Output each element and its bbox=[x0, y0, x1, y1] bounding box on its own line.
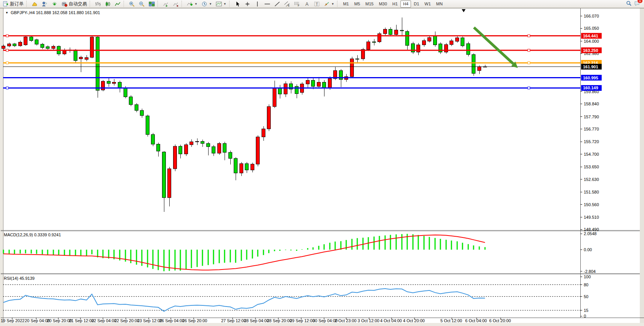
candle-bullish bbox=[185, 145, 188, 154]
cursor-button[interactable] bbox=[233, 0, 243, 8]
price-tick-label: 166.070 bbox=[584, 14, 599, 18]
price-tick-label: 151.580 bbox=[584, 190, 599, 194]
candle-bearish bbox=[472, 55, 475, 73]
signals-button[interactable] bbox=[50, 0, 59, 8]
candle-bullish bbox=[284, 84, 287, 94]
time-tick-label: 19 Sep 2022 bbox=[1, 318, 24, 323]
chevron-down-icon[interactable]: ▼ bbox=[331, 2, 334, 6]
charts-window-button[interactable] bbox=[30, 0, 40, 8]
zoom-in-button[interactable] bbox=[127, 0, 137, 8]
timeframe-button-m15[interactable]: M15 bbox=[363, 0, 376, 8]
macd-histogram-bar bbox=[202, 250, 203, 266]
text-button[interactable]: A bbox=[302, 0, 312, 8]
line-anchor-handle[interactable] bbox=[6, 49, 8, 52]
auto-trading-button[interactable]: 自动交易 bbox=[59, 0, 89, 8]
main-toolbar: 新订单自动交易▼▼▼EFAT▼M1M5M15M30H1H4D1W1MN1 bbox=[0, 0, 644, 8]
equidistant-channel-button[interactable]: E bbox=[282, 0, 292, 8]
macd-histogram-bar bbox=[53, 250, 54, 255]
macd-histogram-bar bbox=[307, 248, 308, 250]
profiles-button[interactable] bbox=[40, 0, 50, 8]
timeframe-button-mn[interactable]: MN bbox=[434, 0, 445, 8]
chevron-down-icon[interactable]: ▼ bbox=[209, 2, 212, 6]
chevron-down-icon[interactable]: ▼ bbox=[223, 2, 226, 6]
line-anchor-handle[interactable] bbox=[6, 35, 8, 37]
macd-histogram-bar bbox=[390, 235, 391, 250]
candle-bullish bbox=[52, 46, 55, 48]
candle-bearish bbox=[162, 152, 166, 198]
chart-canvas[interactable]: 166.070165.050164.000162.980159.860158.8… bbox=[0, 0, 644, 326]
candlestick-chart-button[interactable] bbox=[103, 0, 113, 8]
crosshair-button[interactable] bbox=[243, 0, 252, 8]
text-label-button[interactable]: T bbox=[312, 0, 322, 8]
time-tick-label: 27 Sep 12:00 bbox=[221, 318, 246, 323]
vertical-line-button[interactable] bbox=[252, 0, 262, 8]
right-edge-strip bbox=[640, 8, 644, 323]
timeframe-button-m5[interactable]: M5 bbox=[352, 0, 363, 8]
candle-bearish bbox=[151, 134, 155, 144]
macd-histogram-bar bbox=[485, 247, 486, 250]
timeframe-button-w1[interactable]: W1 bbox=[422, 0, 434, 8]
candle-bullish bbox=[456, 38, 459, 41]
indicators-add-button[interactable]: ▼ bbox=[185, 0, 199, 8]
price-tick-label: 154.700 bbox=[584, 152, 599, 157]
tile-windows-button[interactable] bbox=[147, 0, 157, 8]
candle-bullish bbox=[190, 142, 193, 145]
cursor-icon bbox=[234, 1, 241, 7]
toolbar-separator bbox=[124, 1, 126, 7]
new-order-button[interactable]: 新订单 bbox=[1, 0, 26, 8]
macd-histogram-bar bbox=[435, 238, 436, 250]
rsi-tick-label: 0 bbox=[584, 314, 586, 318]
arrows-button[interactable]: ▼ bbox=[322, 0, 336, 8]
rsi-tick-label: 15 bbox=[584, 308, 588, 313]
chevron-down-icon[interactable]: ▼ bbox=[194, 2, 198, 6]
templates-button[interactable]: ▼ bbox=[214, 0, 228, 8]
macd-histogram-bar bbox=[147, 250, 148, 267]
price-tick-label: 155.720 bbox=[584, 139, 599, 144]
candle-bearish bbox=[135, 105, 138, 110]
macd-histogram-bar bbox=[175, 250, 176, 271]
macd-tick-label: -2.804 bbox=[584, 269, 596, 274]
button-label: 自动交易 bbox=[69, 1, 87, 7]
fibonacci-button[interactable]: F bbox=[292, 0, 302, 8]
candle-bullish bbox=[267, 107, 271, 129]
auto-scroll-button[interactable] bbox=[161, 0, 171, 8]
chart-menu-icon[interactable]: ▼ bbox=[5, 11, 8, 15]
macd-histogram-bar bbox=[64, 250, 65, 255]
zoom-out-button[interactable] bbox=[137, 0, 147, 8]
line-anchor-handle[interactable] bbox=[6, 87, 8, 89]
line-chart-button[interactable] bbox=[113, 0, 123, 8]
macd-histogram-bar bbox=[125, 250, 126, 261]
horizontal-line-button[interactable] bbox=[262, 0, 272, 8]
svg-text:A: A bbox=[305, 2, 308, 7]
chart-shift-button[interactable] bbox=[171, 0, 181, 8]
candle-bearish bbox=[179, 146, 182, 154]
bar-chart-button[interactable] bbox=[93, 0, 103, 8]
candle-bearish bbox=[207, 144, 210, 147]
line-anchor-handle[interactable] bbox=[528, 35, 530, 37]
line-anchor-handle[interactable] bbox=[6, 62, 8, 64]
macd-histogram-bar bbox=[440, 239, 441, 250]
price-tick-label: 157.790 bbox=[584, 115, 599, 119]
timeframe-button-h1[interactable]: H1 bbox=[390, 0, 400, 8]
mt4-window: { "toolbar": { "new_order": {"label": "新… bbox=[0, 0, 644, 326]
timeframe-button-d1[interactable]: D1 bbox=[411, 0, 422, 8]
timeframe-button-h4[interactable]: H4 bbox=[400, 0, 411, 8]
timeframe-button-m30[interactable]: M30 bbox=[376, 0, 390, 8]
line-anchor-handle[interactable] bbox=[528, 62, 530, 64]
candle-bearish bbox=[278, 88, 282, 94]
line-chart-icon bbox=[115, 1, 121, 7]
macd-histogram-bar bbox=[58, 250, 59, 255]
line-anchor-handle[interactable] bbox=[528, 87, 530, 89]
periods-clock-button[interactable]: ▼ bbox=[199, 0, 214, 8]
macd-histogram-bar bbox=[268, 250, 270, 253]
search-icon[interactable] bbox=[626, 0, 632, 7]
macd-histogram-bar bbox=[20, 250, 21, 253]
auto-scroll-icon bbox=[163, 1, 169, 7]
notifications-icon[interactable]: 1 bbox=[634, 0, 640, 7]
candle-bearish bbox=[74, 50, 77, 61]
price-tag-label: 161.901 bbox=[583, 65, 598, 69]
trendline-button[interactable] bbox=[272, 0, 282, 8]
line-anchor-handle[interactable] bbox=[528, 49, 530, 52]
timeframe-button-m1[interactable]: M1 bbox=[340, 0, 352, 8]
rsi-tick-label: 50 bbox=[584, 294, 588, 299]
